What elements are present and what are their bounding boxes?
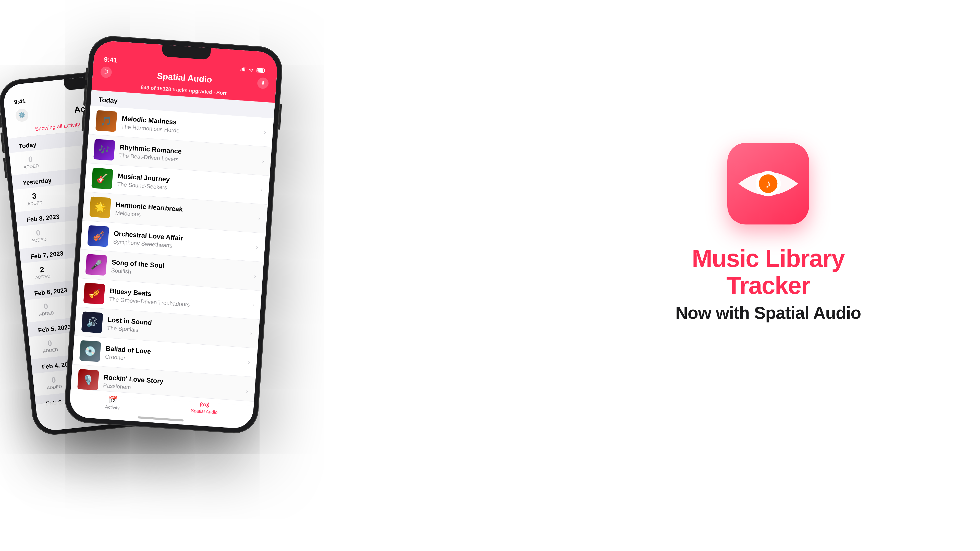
spatial-audio-label: Spatial Audio	[191, 408, 218, 415]
added-col: 0 ADDED	[27, 227, 49, 244]
added-count: 0	[35, 301, 56, 312]
track-info-3: Harmonic Heartbreak Melodious	[115, 200, 254, 226]
svg-rect-7	[240, 68, 242, 71]
track-info-5: Song of the Soul Soulfish	[111, 258, 250, 283]
album-art-6: 🎺	[83, 283, 105, 304]
album-art-4: 🎻	[87, 225, 109, 247]
svg-rect-10	[244, 67, 245, 71]
album-art-0: 🎵	[95, 110, 117, 132]
album-art-2: 🎸	[91, 168, 113, 189]
album-art-7: 🔊	[81, 311, 103, 333]
added-col: 0 ADDED	[20, 154, 41, 170]
svg-rect-9	[243, 67, 244, 71]
added-col: 2 ADDED	[32, 264, 53, 281]
added-count: 0	[20, 154, 41, 165]
app-subtitle-text: Now with Spatial Audio	[675, 303, 861, 323]
track-chevron-0: ›	[264, 129, 266, 136]
phone2-screen: 9:41 ⏱ Spatial Audio ⬇ 849 of 15328 trac…	[68, 40, 278, 430]
svg-text:♪: ♪	[765, 178, 771, 190]
volume-down-button	[3, 158, 7, 178]
track-info-7: Lost in Sound The Spatials	[107, 316, 245, 341]
settings-icon-btn[interactable]: ⚙️	[15, 108, 29, 122]
tab-activity-spatial[interactable]: 📅 Activity	[105, 395, 121, 411]
track-chevron-3: ›	[258, 215, 260, 222]
album-art-5: 🎤	[85, 254, 107, 275]
track-list: Today 🎵 Melodic Madness The Harmonious H…	[70, 90, 275, 406]
track-info-4: Orchestral Love Affair Symphony Sweethea…	[113, 229, 251, 254]
track-chevron-4: ›	[256, 244, 258, 251]
tab-spatial-audio[interactable]: Spatial Audio	[190, 401, 218, 418]
svg-rect-8	[242, 68, 243, 71]
track-info-0: Melodic Madness The Harmonious Horde	[121, 114, 259, 140]
app-title-text: Music Library Tracker	[653, 245, 883, 299]
added-col: 0 ADDED	[43, 375, 65, 391]
track-info-2: Musical Journey The Sound-Seekers	[117, 172, 256, 197]
mute-button	[0, 115, 2, 128]
activity-status-time: 9:41	[14, 98, 26, 105]
track-chevron-7: ›	[250, 330, 252, 337]
track-chevron-9: ›	[246, 387, 248, 394]
spatial-download-btn[interactable]: ⬇	[257, 77, 269, 89]
app-icon-graphic: ♪	[735, 156, 801, 212]
spatial-audio-icon	[200, 402, 209, 408]
sort-link[interactable]: Sort	[216, 89, 227, 96]
spatial-status-icons	[240, 66, 267, 73]
phone2-device: 9:41 ⏱ Spatial Audio ⬇ 849 of 15328 trac…	[63, 35, 284, 435]
activity-icon-spatial: 📅	[108, 395, 118, 404]
svg-point-11	[251, 71, 252, 72]
added-col: 0 ADDED	[39, 338, 61, 354]
album-art-1: 🎶	[94, 139, 115, 161]
volume-up-button	[0, 132, 5, 153]
phone2-power	[278, 104, 282, 130]
track-chevron-5: ›	[254, 272, 256, 279]
added-count: 0	[43, 375, 64, 386]
track-info-8: Ballad of Love Crooner	[105, 345, 243, 370]
activity-label-spatial: Activity	[105, 404, 120, 411]
added-count: 2	[32, 264, 52, 275]
added-col: 0 ADDED	[35, 301, 57, 318]
svg-point-14	[204, 403, 206, 406]
track-chevron-6: ›	[252, 301, 255, 308]
track-chevron-8: ›	[248, 359, 250, 366]
added-col: 3 ADDED	[24, 191, 45, 207]
album-art-3: 🌟	[89, 197, 111, 218]
spatial-clock-btn[interactable]: ⏱	[100, 66, 112, 78]
added-count: 0	[39, 338, 60, 348]
added-count: 3	[24, 191, 45, 202]
app-marketing-section: ♪ Music Library Tracker Now with Spatial…	[653, 143, 883, 323]
phone2-mute	[85, 67, 88, 80]
album-art-9: 🎙️	[77, 369, 99, 391]
track-chevron-2: ›	[260, 186, 262, 193]
track-info-1: Rhythmic Romance The Beat-Driven Lovers	[119, 143, 258, 168]
added-count: 0	[27, 227, 49, 238]
album-art-8: 💿	[80, 340, 101, 362]
svg-rect-13	[257, 69, 263, 72]
app-icon: ♪	[727, 143, 809, 224]
track-info-6: Bluesy Beats The Groove-Driven Troubadou…	[109, 287, 248, 312]
track-chevron-1: ›	[262, 157, 264, 165]
spatial-status-time: 9:41	[103, 56, 118, 64]
